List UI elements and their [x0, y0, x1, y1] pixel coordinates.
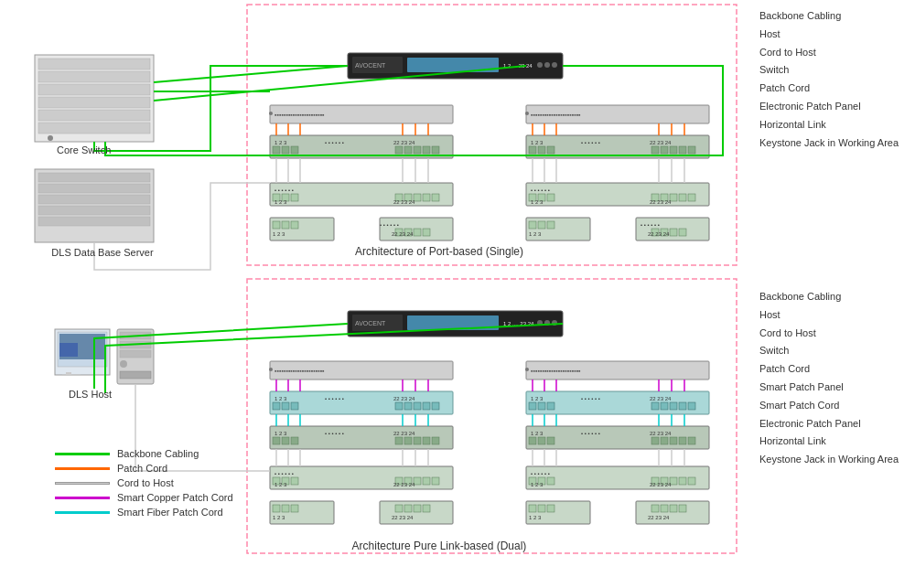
- label-smart-patch-cord-bottom: Smart Patch Cord: [759, 397, 910, 415]
- legend-line-cord: [55, 482, 110, 485]
- svg-rect-174: [679, 437, 686, 444]
- svg-text:1 2 3: 1 2 3: [529, 515, 542, 520]
- svg-text:1 2 3: 1 2 3: [531, 431, 544, 436]
- svg-rect-137: [414, 402, 421, 410]
- svg-rect-147: [651, 402, 659, 410]
- svg-rect-37: [395, 146, 403, 154]
- legend-line-fiber: [55, 511, 110, 514]
- svg-rect-175: [688, 437, 695, 444]
- svg-rect-63: [432, 194, 439, 201]
- svg-rect-46: [529, 146, 536, 154]
- svg-rect-53: [688, 146, 695, 154]
- svg-rect-48: [547, 146, 554, 154]
- svg-text:22 23 24: 22 23 24: [393, 140, 415, 145]
- svg-point-112: [120, 360, 127, 368]
- svg-line-222: [154, 66, 348, 82]
- dls-server-label: DLS Data Base Server: [38, 247, 167, 258]
- svg-rect-185: [432, 477, 439, 485]
- svg-rect-62: [423, 194, 430, 201]
- svg-text:1 2 3: 1 2 3: [274, 199, 287, 205]
- svg-rect-81: [291, 221, 298, 229]
- svg-text:• • • • • •: • • • • • •: [581, 396, 600, 401]
- legend-label-backbone: Backbone Cabling: [117, 448, 199, 459]
- svg-text:1 2 3: 1 2 3: [274, 482, 287, 487]
- svg-rect-5: [38, 84, 150, 95]
- legend-line-copper: [55, 497, 110, 499]
- svg-rect-184: [423, 477, 430, 485]
- legend-patch-cord: Patch Cord: [55, 463, 233, 474]
- svg-rect-87: [414, 229, 421, 236]
- svg-rect-12: [38, 184, 150, 193]
- svg-rect-14: [38, 206, 150, 215]
- svg-rect-79: [273, 221, 280, 229]
- svg-text:AVOCENT: AVOCENT: [355, 320, 386, 326]
- svg-point-23: [552, 62, 557, 68]
- svg-rect-138: [423, 402, 430, 410]
- svg-text:22 23 24: 22 23 24: [393, 199, 415, 205]
- legend-line-patch: [55, 467, 110, 470]
- label-horizontal-link-bottom: Horizontal Link: [759, 433, 910, 451]
- svg-rect-133: [282, 402, 289, 410]
- svg-rect-206: [395, 505, 403, 512]
- svg-rect-207: [404, 505, 412, 512]
- svg-rect-160: [404, 437, 412, 444]
- label-keystone-top: Keystone Jack in Working Area: [759, 134, 910, 153]
- svg-rect-13: [38, 195, 150, 204]
- svg-rect-161: [414, 437, 421, 444]
- svg-text:22 23 24: 22 23 24: [650, 431, 672, 436]
- svg-rect-150: [679, 402, 686, 410]
- label-host-bottom: Host: [759, 306, 910, 325]
- svg-rect-146: [547, 402, 554, 410]
- svg-rect-208: [414, 505, 421, 512]
- svg-text:22 23 24: 22 23 24: [392, 231, 414, 237]
- svg-text:1 2 3: 1 2 3: [531, 140, 544, 145]
- legend: Backbone Cabling Patch Cord Cord to Host…: [55, 448, 233, 518]
- svg-rect-219: [670, 505, 677, 512]
- svg-rect-156: [273, 437, 280, 444]
- svg-rect-80: [282, 221, 289, 229]
- svg-point-29: [525, 112, 529, 115]
- arch-top-label: Architecture of Port-based (Single): [302, 245, 576, 258]
- svg-rect-148: [661, 402, 668, 410]
- svg-rect-41: [432, 146, 439, 154]
- svg-rect-88: [423, 229, 430, 236]
- svg-rect-163: [432, 437, 439, 444]
- svg-text:• • • • • •: • • • • • •: [325, 140, 344, 145]
- svg-text:1 2 3: 1 2 3: [274, 396, 287, 401]
- svg-rect-145: [538, 402, 545, 410]
- legend-cord-to-host: Cord to Host: [55, 477, 233, 488]
- svg-point-26: [269, 112, 273, 115]
- svg-text:▪▪▪▪▪▪▪▪▪▪▪▪▪▪▪▪▪▪▪▪▪▪: ▪▪▪▪▪▪▪▪▪▪▪▪▪▪▪▪▪▪▪▪▪▪: [531, 112, 581, 118]
- label-patch-cord-top: Patch Cord: [759, 80, 910, 98]
- svg-point-124: [269, 368, 273, 371]
- svg-text:1 2 3: 1 2 3: [273, 515, 285, 520]
- dls-host-label: DLS Host: [69, 389, 112, 400]
- label-switch-top: Switch: [759, 61, 910, 80]
- svg-rect-170: [547, 437, 554, 444]
- legend-label-patch: Patch Cord: [117, 463, 167, 474]
- svg-text:• • • • • •: • • • • • •: [531, 187, 550, 193]
- svg-text:• • • • • •: • • • • • •: [325, 396, 344, 401]
- label-backbone-top: Backbone Cabling: [759, 7, 910, 26]
- svg-rect-38: [404, 146, 412, 154]
- svg-rect-136: [404, 402, 412, 410]
- svg-text:• • • • • •: • • • • • •: [581, 140, 600, 145]
- svg-text:22 23 24: 22 23 24: [393, 396, 415, 401]
- svg-rect-15: [38, 217, 150, 226]
- svg-rect-135: [395, 402, 403, 410]
- svg-rect-139: [432, 402, 439, 410]
- svg-text:• • • • • •: • • • • • •: [274, 187, 294, 193]
- svg-rect-168: [529, 437, 536, 444]
- right-labels-top: Backbone Cabling Host Cord to Host Switc…: [759, 7, 910, 152]
- label-switch-bottom: Switch: [759, 342, 910, 360]
- svg-rect-134: [291, 402, 298, 410]
- svg-text:▪▪▪▪▪▪▪▪▪▪▪▪▪▪▪▪▪▪▪▪▪▪: ▪▪▪▪▪▪▪▪▪▪▪▪▪▪▪▪▪▪▪▪▪▪: [274, 112, 325, 118]
- svg-rect-159: [395, 437, 403, 444]
- svg-rect-8: [38, 123, 150, 134]
- svg-rect-212: [529, 505, 536, 512]
- svg-rect-35: [282, 146, 289, 154]
- svg-text:22 23 24: 22 23 24: [650, 140, 672, 145]
- svg-rect-4: [38, 71, 150, 82]
- svg-rect-144: [529, 402, 536, 410]
- svg-rect-6: [38, 97, 150, 108]
